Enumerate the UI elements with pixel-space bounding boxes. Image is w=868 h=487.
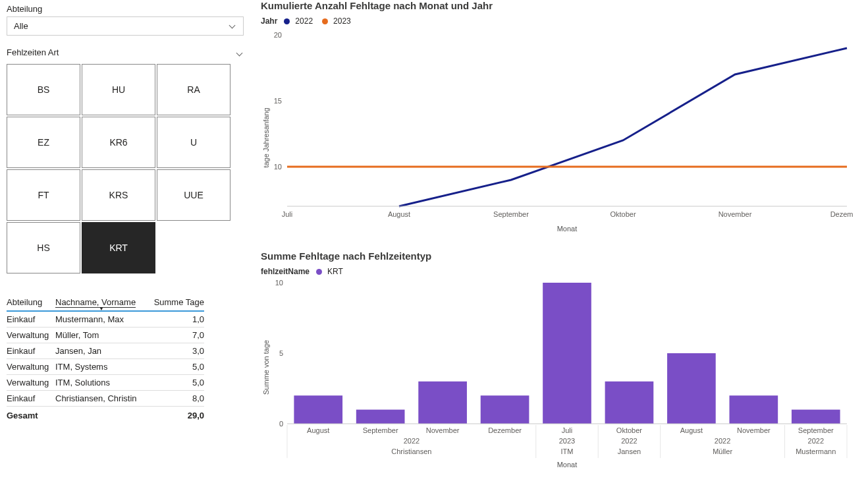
fehlzeiten-tile-grid: BSHURAEZKR6UFTKRSUUEHSKRT xyxy=(7,64,234,273)
table-header-summe[interactable]: Summe Tage xyxy=(148,297,204,308)
svg-text:September: September xyxy=(363,426,398,434)
svg-rect-18 xyxy=(356,410,405,424)
tile-hu[interactable]: HU xyxy=(82,64,155,115)
legend-item-krt[interactable]: KRT xyxy=(327,267,343,276)
svg-rect-22 xyxy=(481,395,529,424)
svg-text:2022: 2022 xyxy=(404,437,420,445)
svg-text:Christiansen: Christiansen xyxy=(391,447,431,455)
svg-text:November: November xyxy=(719,210,752,218)
svg-text:August: August xyxy=(680,426,703,434)
fehlzeiten-label: Fehlzeiten Art xyxy=(7,47,59,57)
tile-krt[interactable]: KRT xyxy=(82,222,155,273)
tile-kr6[interactable]: KR6 xyxy=(82,117,155,168)
table-row[interactable]: VerwaltungMüller, Tom7,0 xyxy=(7,328,204,343)
svg-text:2022: 2022 xyxy=(621,437,637,445)
line-chart-title: Kumulierte Anzahl Fehltage nach Monat un… xyxy=(261,0,867,11)
chevron-down-icon[interactable] xyxy=(236,50,244,58)
table-total-value: 29,0 xyxy=(148,411,204,420)
svg-text:August: August xyxy=(388,210,410,218)
svg-text:Dezember: Dezember xyxy=(830,210,854,218)
table-row[interactable]: VerwaltungITM, Systems5,0 xyxy=(7,359,204,375)
table-header-abteilung[interactable]: Abteilung xyxy=(7,297,55,308)
abteilung-label: Abteilung xyxy=(7,4,254,14)
svg-text:10: 10 xyxy=(275,279,283,287)
svg-text:15: 15 xyxy=(274,97,282,105)
svg-rect-20 xyxy=(418,382,467,424)
summary-table: Abteilung Nachname, Vorname ▼ Summe Tage… xyxy=(7,297,204,422)
svg-text:Müller: Müller xyxy=(713,447,732,455)
tile-ra[interactable]: RA xyxy=(157,64,231,115)
svg-text:Oktober: Oktober xyxy=(616,426,642,434)
svg-text:tage Jahresanfang: tage Jahresanfang xyxy=(262,107,270,167)
tile-hs[interactable]: HS xyxy=(7,222,80,273)
svg-rect-26 xyxy=(605,382,654,424)
svg-text:Monat: Monat xyxy=(557,461,578,469)
table-row[interactable]: EinkaufJansen, Jan3,0 xyxy=(7,343,204,359)
line-chart-legend[interactable]: Jahr 2022 2023 xyxy=(261,16,867,26)
svg-rect-16 xyxy=(294,395,342,424)
bar-chart-title: Summe Fehltage nach Fehlzeitentyp xyxy=(261,250,867,262)
legend-label: fehlzeitName xyxy=(261,267,310,276)
sort-desc-icon: ▼ xyxy=(99,306,104,312)
svg-text:10: 10 xyxy=(274,163,282,171)
svg-text:November: November xyxy=(737,426,771,434)
svg-text:Dezember: Dezember xyxy=(488,426,522,434)
svg-text:5: 5 xyxy=(279,349,283,357)
svg-text:0: 0 xyxy=(279,420,283,428)
svg-text:ITM: ITM xyxy=(561,447,574,455)
svg-text:2023: 2023 xyxy=(559,437,575,445)
table-row[interactable]: VerwaltungITM, Solutions5,0 xyxy=(7,375,204,391)
abteilung-dropdown[interactable]: Alle xyxy=(7,16,244,36)
svg-text:Monat: Monat xyxy=(557,225,578,233)
table-row[interactable]: EinkaufChristiansen, Christin8,0 xyxy=(7,391,204,407)
svg-text:September: September xyxy=(493,210,529,218)
table-header-nachname[interactable]: Nachname, Vorname ▼ xyxy=(55,297,148,308)
legend-item-2022[interactable]: 2022 xyxy=(295,16,313,26)
svg-rect-28 xyxy=(667,353,716,424)
tile-u[interactable]: U xyxy=(157,117,231,168)
chevron-down-icon xyxy=(229,22,236,30)
tile-uue[interactable]: UUE xyxy=(157,169,231,221)
svg-text:Juli: Juli xyxy=(562,426,573,434)
svg-text:2022: 2022 xyxy=(715,437,730,445)
table-row[interactable]: EinkaufMustermann, Max1,0 xyxy=(7,312,204,328)
bar-chart-legend[interactable]: fehlzeitName KRT xyxy=(261,267,867,276)
svg-text:Jansen: Jansen xyxy=(618,447,641,455)
svg-text:Summe von tage: Summe von tage xyxy=(262,340,270,395)
svg-text:Oktober: Oktober xyxy=(610,210,636,218)
svg-text:2022: 2022 xyxy=(808,437,824,445)
legend-item-2023[interactable]: 2023 xyxy=(333,16,351,26)
legend-dot-krt xyxy=(316,269,322,275)
svg-rect-24 xyxy=(543,283,591,424)
svg-text:Juli: Juli xyxy=(282,210,293,218)
svg-text:Mustermann: Mustermann xyxy=(796,447,836,455)
abteilung-value: Alle xyxy=(14,21,28,31)
svg-rect-32 xyxy=(792,410,840,424)
legend-dot-2022 xyxy=(284,18,290,24)
tile-ft[interactable]: FT xyxy=(7,169,80,221)
svg-text:20: 20 xyxy=(274,31,282,39)
tile-bs[interactable]: BS xyxy=(7,64,80,115)
svg-text:August: August xyxy=(307,426,329,434)
tile-krs[interactable]: KRS xyxy=(82,169,155,221)
line-chart[interactable]: tage Jahresanfang101520JuliAugustSeptemb… xyxy=(261,28,854,239)
tile-ez[interactable]: EZ xyxy=(7,117,80,168)
svg-text:September: September xyxy=(798,426,834,434)
legend-label: Jahr xyxy=(261,16,277,26)
table-total-label: Gesamt xyxy=(7,411,55,420)
svg-text:November: November xyxy=(426,426,460,434)
bar-chart[interactable]: Summe von tage0510AugustSeptemberNovembe… xyxy=(261,279,854,476)
legend-dot-2023 xyxy=(322,18,328,24)
svg-rect-30 xyxy=(730,395,778,424)
